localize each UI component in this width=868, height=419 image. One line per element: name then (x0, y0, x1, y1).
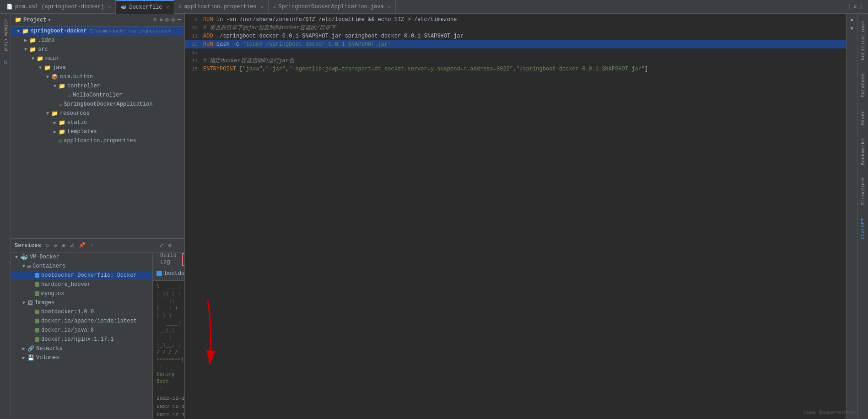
container-name: bootdocker (165, 270, 184, 277)
containers-item[interactable]: ▼ ⊞ Containers (11, 262, 152, 271)
tree-item-combutton[interactable]: ▼ 📦 com.button (11, 72, 184, 81)
bootdocker-item[interactable]: bootdocker Dockerfile: Docker (11, 271, 152, 280)
services-header: Services ▷ ≡ ⊞ ⊿ 📌 + ⤢ ⚙ ─ (11, 239, 184, 252)
tab-database[interactable]: Database (859, 70, 867, 101)
services-run-icon[interactable]: ▷ (45, 241, 51, 250)
services-expand-icon[interactable]: ⤢ (158, 241, 165, 250)
tab-chatgpt[interactable]: ChatGPT (859, 215, 867, 243)
tab-structure[interactable]: Structure (859, 174, 867, 209)
locate-icon[interactable]: ⊕ (153, 16, 156, 23)
tree-item-src[interactable]: ▼ 📁 src (11, 45, 184, 54)
code-line-11: 11 ADD ./springboot-docker-0.0.1-SNAPSHO… (185, 32, 846, 40)
services-title: Services (15, 242, 41, 249)
top-right-icons[interactable]: ⚙ ⟩ (850, 4, 866, 10)
hardcore-hoover-item[interactable]: hardcore_hoover (11, 280, 152, 289)
project-label: Project (23, 17, 46, 23)
root-path: E:\demo\docker\springboot-dock... (89, 29, 180, 34)
img-bootdocker-icon (35, 310, 39, 314)
networks-item[interactable]: ▶ 🔗 Networks (11, 344, 152, 353)
banner-line-1: \ ____| |_)| | | | | || (_| | ) ) ) ) (156, 283, 181, 319)
img-java-label: docker.io/java:8 (41, 327, 94, 333)
log-tab-bar: Build Log Log Dashboard (153, 252, 184, 266)
line-content-12: RUN bash -c 'touch /springboot-docker-0.… (203, 40, 846, 48)
close-dockerfile-icon[interactable]: ✕ (166, 5, 169, 10)
tree-item-controller[interactable]: ▼ 📁 controller (11, 81, 184, 91)
scroll-up-icon[interactable]: ▲ (849, 16, 854, 24)
tab-pom[interactable]: 📄 pom.xml (springboot-docker) ✕ (2, 0, 116, 14)
networks-arrow: ▶ (20, 346, 27, 351)
code-lines[interactable]: 9 RUN ln -sn /usr/share/zoneinfo/$TZ /et… (185, 14, 846, 419)
services-settings-icon[interactable]: ⚙ (167, 241, 173, 250)
close-appprops-icon[interactable]: ✕ (261, 4, 264, 10)
root-arrow: ▼ (15, 29, 22, 34)
containers-icon: ⊞ (27, 263, 31, 270)
tab-bookmarks[interactable]: Bookmarks (859, 134, 867, 169)
tree-item-idea[interactable]: ▶ 📁 .idea (11, 36, 184, 45)
vm-docker-item[interactable]: ▼ 🐳 VM-Docker (11, 252, 152, 262)
java-label: java (53, 64, 66, 71)
services-pin-icon[interactable]: 📌 (77, 241, 87, 250)
tab-maven[interactable]: Maven (859, 107, 867, 129)
tree-root[interactable]: ▼ 📁 springboot-docker E:\demo\docker\spr… (11, 27, 184, 36)
appprops-icon: ⚙ (59, 138, 62, 145)
close-springboot-icon[interactable]: ✕ (388, 4, 391, 10)
tab-springboot[interactable]: ☕ SpringbootDockerApplication.java ✕ (269, 0, 396, 14)
main-folder-icon: 📁 (37, 55, 43, 62)
cloud-explorer-icon[interactable]: Alibaba Cloud (2, 17, 9, 53)
img-java-item[interactable]: docker.io/java:8 (11, 326, 152, 335)
resources-label: resources (60, 110, 90, 117)
tab-dockerfile-label: Dockerfile (129, 4, 162, 11)
hellocontroller-icon: ☕ (68, 92, 71, 99)
containers-label: Containers (32, 263, 65, 269)
git-icon[interactable]: ⇄ (1, 59, 10, 66)
tree-item-resources[interactable]: ▼ 📁 resources (11, 109, 184, 118)
tab-dockerfile[interactable]: 🐳 Dockerfile ✕ (116, 0, 174, 14)
minimize-icon[interactable]: ─ (178, 16, 181, 23)
controller-arrow: ▼ (51, 84, 59, 89)
services-group-icon[interactable]: ⊞ (60, 241, 66, 250)
log-content[interactable]: \ ____| |_)| | | | | || (_| | ) ) ) ) ' … (153, 281, 184, 419)
log-toolbar: bootdocker a65ad12d bootdocker:1.0.0 ↺ (153, 266, 184, 281)
services-filter-icon[interactable]: ⊿ (68, 241, 75, 250)
banner-line-3: ========|_|==============|___/=/_/_/_/ (156, 356, 181, 363)
tab-springboot-label: SpringbootDockerApplication.java (278, 4, 383, 10)
services-minimize-icon[interactable]: ─ (175, 241, 181, 250)
settings-icon[interactable]: ⚙ (165, 16, 168, 23)
resources-folder-icon: 📁 (51, 110, 58, 117)
tree-item-templates[interactable]: ▶ 📁 templates (11, 127, 184, 136)
tree-item-java[interactable]: ▼ 📁 java (11, 63, 184, 72)
close-pom-icon[interactable]: ✕ (108, 4, 111, 10)
line-num-14: 14 (185, 57, 203, 65)
tree-item-hellocontroller[interactable]: ☕ HelloController (11, 91, 184, 100)
project-folder-icon: 📁 (15, 16, 22, 23)
project-bar: 📁 Project ▼ ⊕ ≡ ⚙ ⚙ ─ (11, 14, 184, 27)
tab-build-log[interactable]: Build Log (155, 253, 182, 266)
vm-docker-icon: 🐳 (20, 253, 28, 261)
line-num-9: 9 (185, 16, 203, 24)
tree-item-appprops[interactable]: ⚙ application.properties (11, 136, 184, 145)
tab-log[interactable]: Log (182, 253, 184, 266)
tree-item-springbootapp[interactable]: ☕ SpringbootDockerApplication (11, 100, 184, 109)
tab-notifications[interactable]: Notifications (859, 17, 867, 64)
bootdocker-status-icon (35, 273, 39, 278)
collapse-icon[interactable]: ≡ (159, 16, 162, 23)
services-list-icon[interactable]: ≡ (53, 242, 59, 250)
tab-appprops[interactable]: ⚙ application.properties ✕ (174, 0, 269, 14)
img-nginx-item[interactable]: docker.io/nginx:1.17.1 (11, 335, 152, 344)
scroll-down-icon[interactable]: ▼ (849, 25, 854, 33)
services-panel: Services ▷ ≡ ⊞ ⊿ 📌 + ⤢ ⚙ ─ (11, 238, 184, 419)
project-dropdown[interactable]: 📁 Project ▼ (15, 16, 51, 23)
img-iotdb-item[interactable]: docker.io/apache/iotdb:latest (11, 317, 152, 326)
images-item[interactable]: ▼ 🖼 Images (11, 298, 152, 307)
services-add-icon[interactable]: + (89, 242, 95, 250)
tree-item-main[interactable]: ▼ 📁 main (11, 54, 184, 63)
mynginx-item[interactable]: mynginx (11, 289, 152, 298)
volumes-item[interactable]: ▶ 💾 Volumes (11, 353, 152, 362)
img-bootdocker-item[interactable]: bootdocker:1.0.0 (11, 307, 152, 317)
gear-icon[interactable]: ⚙ (172, 16, 175, 23)
img-bootdocker-label: bootdocker:1.0.0 (41, 309, 94, 315)
code-line-12: 12 RUN bash -c 'touch /springboot-docker… (185, 40, 846, 48)
services-body: ▼ 🐳 VM-Docker ▼ ⊞ Containers (11, 252, 184, 419)
tab-build-log-label: Build Log (160, 252, 177, 265)
tree-item-static[interactable]: ▶ 📁 static (11, 118, 184, 127)
